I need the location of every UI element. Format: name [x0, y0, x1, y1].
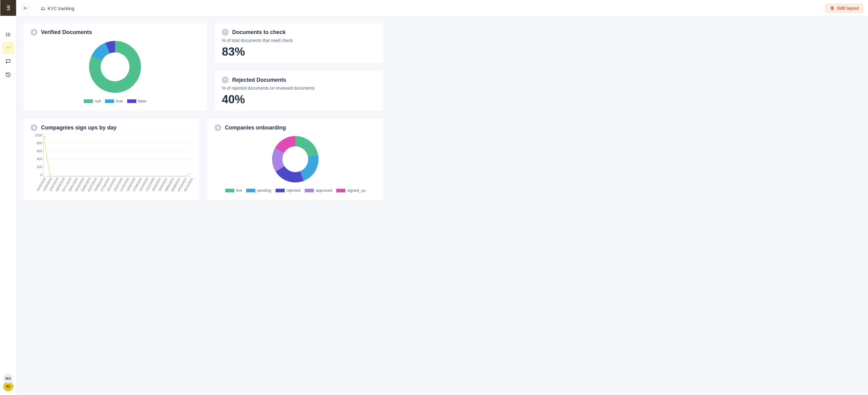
legend-item[interactable]: false	[127, 99, 146, 103]
card-subtitle: % of rejected documents on reviewed docu…	[222, 86, 376, 90]
chart-legend: nulltruefalse	[84, 99, 146, 103]
tablet-icon	[31, 124, 37, 131]
legend-label: pending	[257, 188, 271, 193]
card-title: Rejected Documents	[232, 77, 286, 83]
document-icon	[31, 29, 37, 35]
legend-item[interactable]: approved	[305, 188, 332, 193]
page-emoji-icon: 🗂	[41, 6, 45, 11]
svg-point-0	[6, 33, 7, 34]
svg-rect-11	[33, 126, 35, 129]
dashboard-content: Verified Documents nulltruefalse	[17, 17, 390, 207]
legend-item[interactable]: rejected	[276, 188, 301, 193]
legend-label: signed_up	[347, 188, 365, 193]
donut-chart-verified	[86, 38, 144, 96]
line-chart-signups: 10008006004002000 16/03/201814/05/201812…	[31, 133, 192, 185]
brand-logo[interactable]: Ǝ	[0, 0, 16, 16]
page-title: KYC tracking	[48, 6, 74, 11]
card-subtitle: % of total documents that need check	[222, 38, 376, 43]
legend-swatch	[225, 189, 234, 192]
legend-item[interactable]: live	[225, 188, 242, 193]
legend-swatch	[336, 189, 345, 192]
legend-swatch	[246, 189, 255, 192]
edit-layout-button[interactable]: Edit layout	[825, 3, 864, 13]
nav-history-icon[interactable]	[2, 69, 14, 81]
legend-item[interactable]: pending	[246, 188, 271, 193]
legend-item[interactable]: true	[105, 99, 123, 103]
y-tick: 1000	[31, 133, 42, 137]
y-tick: 200	[31, 165, 42, 169]
legend-label: true	[116, 99, 123, 103]
svg-point-4	[6, 36, 7, 36]
edit-layout-label: Edit layout	[837, 6, 859, 11]
legend-swatch	[305, 189, 314, 192]
left-sidebar: Ǝ MA Kt ▾	[0, 0, 17, 395]
svg-point-10	[224, 79, 226, 80]
legend-label: live	[236, 188, 242, 193]
legend-label: approved	[316, 188, 332, 193]
card-title: Companies onboarding	[225, 124, 286, 131]
svg-point-12	[44, 136, 45, 137]
stat-value: 83%	[222, 45, 376, 58]
topbar: 🗂 KYC tracking Edit layout	[17, 0, 868, 17]
layers-icon	[830, 6, 835, 11]
card-title: Compagnies sign ups by day	[41, 124, 117, 131]
card-rejected-documents: Rejected Documents % of rejected documen…	[215, 71, 383, 111]
y-tick: 0	[31, 173, 42, 176]
stat-value: 40%	[222, 93, 376, 106]
tablet-icon	[215, 124, 221, 131]
card-signups-by-day: Compagnies sign ups by day 1000800600400…	[23, 119, 199, 200]
legend-swatch	[276, 189, 285, 192]
legend-item[interactable]: null	[84, 99, 101, 103]
nav-data-icon[interactable]	[2, 29, 14, 41]
y-tick: 400	[31, 157, 42, 161]
card-companies-onboarding: Companies onboarding livependingrejected…	[207, 119, 383, 200]
brand-logo-glyph: Ǝ	[6, 4, 10, 11]
y-tick: 600	[31, 149, 42, 153]
card-title: Documents to check	[232, 29, 286, 35]
legend-label: rejected	[286, 188, 301, 193]
database-icon	[222, 29, 228, 35]
sidebar-user-stack[interactable]: MA Kt ▾	[3, 374, 13, 391]
card-verified-documents: Verified Documents nulltruefalse	[23, 23, 207, 111]
svg-point-9	[224, 31, 226, 32]
svg-rect-13	[217, 126, 219, 129]
legend-label: false	[138, 99, 146, 103]
legend-label: null	[95, 99, 101, 103]
y-tick: 800	[31, 141, 42, 145]
legend-swatch	[84, 100, 93, 103]
legend-item[interactable]: signed_up	[336, 188, 365, 193]
toggle-sidebar-button[interactable]	[21, 4, 29, 12]
svg-point-2	[6, 34, 7, 35]
nav-chat-icon[interactable]	[2, 55, 14, 67]
chart-legend: livependingrejectedapprovedsigned_up	[225, 188, 365, 193]
legend-swatch	[127, 100, 136, 103]
donut-chart-onboarding	[270, 133, 321, 185]
card-title: Verified Documents	[41, 29, 92, 35]
card-documents-to-check: Documents to check % of total documents …	[215, 23, 383, 63]
legend-swatch	[105, 100, 114, 103]
nav-analytics-icon[interactable]	[2, 42, 14, 54]
database-icon	[222, 77, 228, 83]
breadcrumb[interactable]: 🗂 KYC tracking	[41, 6, 74, 11]
avatar: MA	[3, 374, 13, 384]
